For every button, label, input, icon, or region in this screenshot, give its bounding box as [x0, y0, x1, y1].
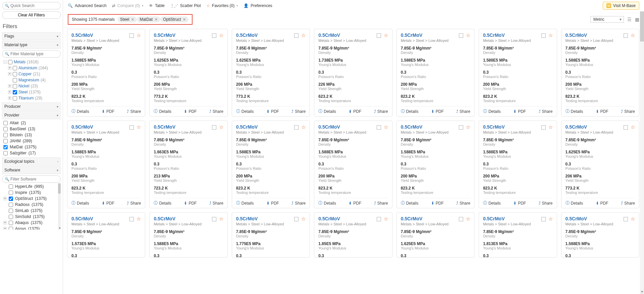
card-title[interactable]: 0.5CrMoV: [71, 216, 119, 221]
scroll-down-arrow-icon[interactable]: ▾: [640, 290, 644, 294]
card-select-checkbox[interactable]: [294, 217, 299, 221]
card-select-checkbox[interactable]: [459, 125, 463, 130]
favorite-icon[interactable]: ☆: [631, 216, 635, 222]
scrollbar-track[interactable]: ▾: [58, 183, 61, 230]
favorite-icon[interactable]: ☆: [219, 216, 223, 222]
favorite-icon[interactable]: ☆: [384, 32, 388, 39]
card-title[interactable]: 0.5CrMoV: [318, 216, 366, 221]
details-button[interactable]: ⓘDetails: [154, 200, 171, 206]
card-select-checkbox[interactable]: [459, 33, 463, 38]
card-select-checkbox[interactable]: [459, 217, 463, 221]
favorite-icon[interactable]: ☆: [548, 32, 553, 39]
share-button[interactable]: ⤴Share: [209, 200, 223, 206]
tree-checkbox[interactable]: [13, 90, 17, 94]
favorite-icon[interactable]: ☆: [384, 124, 388, 130]
card-title[interactable]: 0.5CrMoV: [566, 124, 613, 130]
favorite-icon[interactable]: ☆: [301, 124, 306, 130]
card-select-checkbox[interactable]: [212, 125, 216, 130]
tree-row[interactable]: +Nickel (23): [3, 83, 61, 89]
favorite-icon[interactable]: ☆: [548, 216, 553, 222]
favorite-icon[interactable]: ☆: [137, 124, 141, 130]
units-select[interactable]: Metric: [590, 16, 624, 23]
tree-checkbox[interactable]: [13, 72, 17, 76]
clear-filters-button[interactable]: Clear All Filters: [2, 11, 61, 19]
card-title[interactable]: 0.5CrMoV: [154, 124, 201, 130]
software-checkbox[interactable]: [9, 221, 13, 225]
card-title[interactable]: 0.5CrMoV: [236, 32, 284, 38]
card-title[interactable]: 0.5CrMoV: [483, 216, 531, 221]
software-checkbox[interactable]: [9, 215, 13, 219]
expand-icon[interactable]: +: [8, 84, 11, 88]
software-checkbox[interactable]: [9, 197, 13, 201]
expand-icon[interactable]: -: [3, 60, 7, 64]
pdf-button[interactable]: ⬇PDF: [184, 200, 197, 206]
tree-row[interactable]: +Copper (21): [3, 71, 61, 77]
tree-row[interactable]: +Steel (1375): [3, 89, 61, 95]
software-row[interactable]: +SimSolid (1375): [3, 214, 61, 220]
chip-remove-icon[interactable]: ✕: [183, 17, 186, 22]
card-title[interactable]: 0.5CrMoV: [236, 216, 284, 221]
card-select-checkbox[interactable]: [377, 33, 381, 38]
section-provider[interactable]: Provider ▾: [2, 111, 61, 119]
provider-row[interactable]: Bilstein (13): [3, 132, 61, 138]
software-filter-input[interactable]: [2, 175, 61, 183]
card-title[interactable]: 0.5CrMoV: [154, 216, 201, 221]
provider-checkbox[interactable]: [3, 145, 8, 149]
section-producer[interactable]: Producer ▾: [2, 102, 61, 111]
tree-checkbox[interactable]: [13, 78, 17, 82]
share-button[interactable]: ⤴Share: [374, 108, 388, 114]
share-button[interactable]: ⤴Share: [291, 200, 306, 206]
details-button[interactable]: ⓘDetails: [236, 108, 254, 114]
grid-view-icon[interactable]: ▦: [635, 17, 639, 22]
share-button[interactable]: ⤴Share: [456, 108, 470, 114]
pdf-button[interactable]: ⬇PDF: [102, 108, 114, 114]
details-button[interactable]: ⓘDetails: [71, 108, 89, 114]
details-button[interactable]: ⓘDetails: [566, 200, 583, 206]
card-title[interactable]: 0.5CrMoV: [154, 32, 201, 38]
share-button[interactable]: ⤴Share: [209, 108, 223, 114]
card-select-checkbox[interactable]: [294, 33, 299, 38]
share-button[interactable]: ⤴Share: [621, 108, 635, 114]
favorite-icon[interactable]: ☆: [548, 124, 553, 130]
card-title[interactable]: 0.5CrMoV: [566, 216, 613, 221]
card-title[interactable]: 0.5CrMoV: [483, 32, 531, 38]
section-material-type[interactable]: Material type ▾: [2, 41, 61, 49]
provider-row[interactable]: Salzgitter (17): [3, 150, 61, 156]
pdf-button[interactable]: ⬇PDF: [102, 200, 114, 206]
provider-checkbox[interactable]: [3, 151, 8, 155]
favorite-icon[interactable]: ☆: [384, 216, 388, 222]
quick-search-input[interactable]: [2, 2, 61, 9]
favorite-icon[interactable]: ☆: [631, 32, 635, 39]
preferences-button[interactable]: 👤Preferences: [244, 3, 272, 8]
favorite-icon[interactable]: ☆: [301, 32, 306, 39]
software-checkbox[interactable]: [9, 209, 13, 213]
card-select-checkbox[interactable]: [541, 125, 546, 130]
section-software[interactable]: Software ▾: [2, 166, 61, 174]
tree-row[interactable]: +Magnesium (4): [3, 77, 61, 83]
details-button[interactable]: ⓘDetails: [401, 200, 419, 206]
favorite-icon[interactable]: ☆: [301, 216, 306, 222]
provider-checkbox[interactable]: [3, 127, 8, 131]
tree-checkbox[interactable]: [13, 84, 17, 88]
share-button[interactable]: ⤴Share: [127, 200, 141, 206]
favorite-icon[interactable]: ☆: [466, 124, 470, 130]
tree-checkbox[interactable]: [13, 66, 17, 70]
card-title[interactable]: 0.5CrMoV: [401, 216, 448, 221]
provider-checkbox[interactable]: [3, 121, 8, 125]
pdf-button[interactable]: ⬇PDF: [348, 108, 361, 114]
scrollbar-thumb[interactable]: [58, 183, 61, 194]
favorite-icon[interactable]: ☆: [137, 216, 141, 222]
provider-row[interactable]: BaoSteel (13): [3, 126, 61, 132]
section-flags[interactable]: Flags ▾: [2, 32, 61, 40]
pdf-button[interactable]: ⬇PDF: [596, 200, 608, 206]
share-button[interactable]: ⤴Share: [456, 200, 470, 206]
software-row[interactable]: +HyperLife (995): [3, 183, 61, 190]
software-checkbox[interactable]: [9, 191, 13, 195]
tree-checkbox[interactable]: [8, 60, 12, 64]
favorite-icon[interactable]: ☆: [466, 32, 470, 39]
expand-icon[interactable]: +: [8, 72, 11, 76]
card-select-checkbox[interactable]: [624, 217, 628, 221]
software-row[interactable]: +Inspire (1375): [3, 190, 61, 196]
provider-row[interactable]: JAHM (289): [3, 138, 61, 144]
tree-row[interactable]: +Aluminium (164): [3, 65, 61, 71]
